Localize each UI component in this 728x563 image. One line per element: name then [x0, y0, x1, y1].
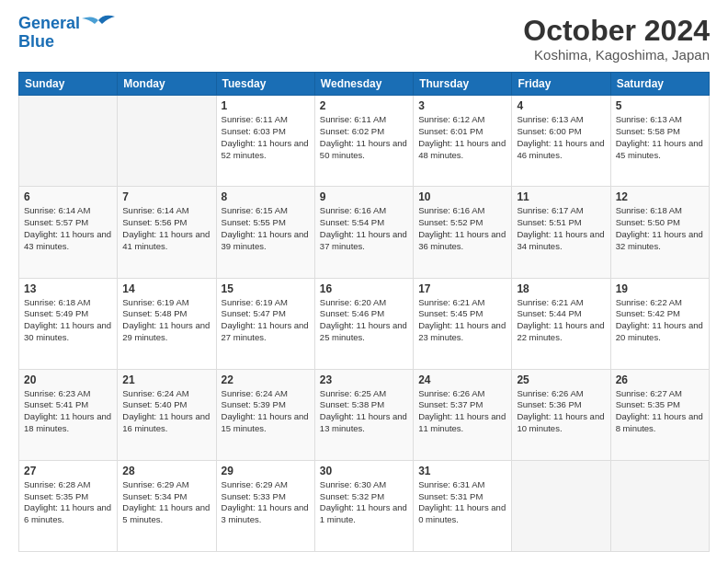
calendar-cell: 2Sunrise: 6:11 AM Sunset: 6:02 PM Daylig…	[314, 96, 413, 187]
day-info: Sunrise: 6:29 AM Sunset: 5:34 PM Dayligh…	[122, 479, 210, 526]
day-info: Sunrise: 6:24 AM Sunset: 5:40 PM Dayligh…	[122, 388, 210, 435]
calendar-cell	[610, 460, 709, 551]
day-number: 27	[24, 465, 112, 477]
calendar-cell: 25Sunrise: 6:26 AM Sunset: 5:36 PM Dayli…	[512, 369, 610, 460]
calendar-cell: 7Sunrise: 6:14 AM Sunset: 5:56 PM Daylig…	[118, 187, 216, 278]
day-number: 22	[222, 373, 310, 386]
logo-text: General Blue	[18, 15, 80, 52]
day-info: Sunrise: 6:25 AM Sunset: 5:38 PM Dayligh…	[320, 388, 408, 435]
day-info: Sunrise: 6:11 AM Sunset: 6:02 PM Dayligh…	[320, 114, 408, 161]
day-number: 10	[418, 190, 506, 203]
calendar-cell	[19, 96, 118, 187]
day-info: Sunrise: 6:21 AM Sunset: 5:44 PM Dayligh…	[517, 297, 605, 344]
day-number: 2	[320, 99, 408, 112]
day-info: Sunrise: 6:31 AM Sunset: 5:31 PM Dayligh…	[418, 479, 506, 526]
day-info: Sunrise: 6:12 AM Sunset: 6:01 PM Dayligh…	[418, 114, 506, 161]
day-info: Sunrise: 6:26 AM Sunset: 5:36 PM Dayligh…	[517, 388, 605, 435]
day-number: 15	[222, 282, 310, 295]
day-info: Sunrise: 6:13 AM Sunset: 5:58 PM Dayligh…	[616, 114, 704, 161]
day-number: 17	[418, 282, 506, 295]
day-number: 31	[418, 465, 506, 477]
calendar-week-row: 13Sunrise: 6:18 AM Sunset: 5:49 PM Dayli…	[19, 278, 710, 369]
calendar-cell: 31Sunrise: 6:31 AM Sunset: 5:31 PM Dayli…	[414, 460, 512, 551]
day-number: 25	[517, 373, 605, 386]
col-saturday: Saturday	[610, 73, 709, 96]
calendar-cell: 16Sunrise: 6:20 AM Sunset: 5:46 PM Dayli…	[314, 278, 413, 369]
calendar-cell: 21Sunrise: 6:24 AM Sunset: 5:40 PM Dayli…	[118, 369, 216, 460]
day-number: 4	[517, 99, 605, 112]
day-number: 8	[222, 190, 310, 203]
col-monday: Monday	[118, 73, 216, 96]
day-number: 18	[517, 282, 605, 295]
day-number: 30	[320, 465, 408, 477]
calendar-cell: 4Sunrise: 6:13 AM Sunset: 6:00 PM Daylig…	[512, 96, 610, 187]
day-info: Sunrise: 6:13 AM Sunset: 6:00 PM Dayligh…	[517, 114, 605, 161]
day-info: Sunrise: 6:21 AM Sunset: 5:45 PM Dayligh…	[418, 297, 506, 344]
calendar-cell: 26Sunrise: 6:27 AM Sunset: 5:35 PM Dayli…	[610, 369, 709, 460]
day-info: Sunrise: 6:17 AM Sunset: 5:51 PM Dayligh…	[517, 205, 605, 252]
calendar-week-row: 1Sunrise: 6:11 AM Sunset: 6:03 PM Daylig…	[19, 96, 710, 187]
day-info: Sunrise: 6:14 AM Sunset: 5:56 PM Dayligh…	[122, 205, 210, 252]
day-info: Sunrise: 6:20 AM Sunset: 5:46 PM Dayligh…	[320, 297, 408, 344]
calendar-cell: 12Sunrise: 6:18 AM Sunset: 5:50 PM Dayli…	[610, 187, 709, 278]
col-wednesday: Wednesday	[314, 73, 413, 96]
day-info: Sunrise: 6:30 AM Sunset: 5:32 PM Dayligh…	[320, 479, 408, 526]
day-info: Sunrise: 6:14 AM Sunset: 5:57 PM Dayligh…	[24, 205, 112, 252]
calendar-cell: 5Sunrise: 6:13 AM Sunset: 5:58 PM Daylig…	[610, 96, 709, 187]
calendar-cell: 1Sunrise: 6:11 AM Sunset: 6:03 PM Daylig…	[216, 96, 314, 187]
calendar-cell: 24Sunrise: 6:26 AM Sunset: 5:37 PM Dayli…	[414, 369, 512, 460]
day-number: 23	[320, 373, 408, 386]
day-number: 14	[122, 282, 210, 295]
day-number: 11	[517, 190, 605, 203]
day-number: 21	[122, 373, 210, 386]
day-info: Sunrise: 6:23 AM Sunset: 5:41 PM Dayligh…	[24, 388, 112, 435]
calendar-week-row: 20Sunrise: 6:23 AM Sunset: 5:41 PM Dayli…	[19, 369, 710, 460]
title-block: October 2024 Koshima, Kagoshima, Japan	[523, 15, 710, 63]
calendar-cell: 6Sunrise: 6:14 AM Sunset: 5:57 PM Daylig…	[19, 187, 118, 278]
page: General Blue October 2024 Koshima, Kagos…	[0, 0, 728, 563]
day-info: Sunrise: 6:27 AM Sunset: 5:35 PM Dayligh…	[616, 388, 704, 435]
calendar-cell: 10Sunrise: 6:16 AM Sunset: 5:52 PM Dayli…	[414, 187, 512, 278]
day-info: Sunrise: 6:11 AM Sunset: 6:03 PM Dayligh…	[222, 114, 310, 161]
day-info: Sunrise: 6:19 AM Sunset: 5:48 PM Dayligh…	[122, 297, 210, 344]
col-thursday: Thursday	[414, 73, 512, 96]
day-number: 26	[616, 373, 704, 386]
calendar-cell: 29Sunrise: 6:29 AM Sunset: 5:33 PM Dayli…	[216, 460, 314, 551]
calendar-week-row: 6Sunrise: 6:14 AM Sunset: 5:57 PM Daylig…	[19, 187, 710, 278]
calendar-cell: 28Sunrise: 6:29 AM Sunset: 5:34 PM Dayli…	[118, 460, 216, 551]
day-number: 24	[418, 373, 506, 386]
logo: General Blue	[18, 15, 115, 52]
calendar-cell: 20Sunrise: 6:23 AM Sunset: 5:41 PM Dayli…	[19, 369, 118, 460]
calendar-cell: 23Sunrise: 6:25 AM Sunset: 5:38 PM Dayli…	[314, 369, 413, 460]
calendar-cell: 22Sunrise: 6:24 AM Sunset: 5:39 PM Dayli…	[216, 369, 314, 460]
calendar-cell: 9Sunrise: 6:16 AM Sunset: 5:54 PM Daylig…	[314, 187, 413, 278]
day-info: Sunrise: 6:18 AM Sunset: 5:50 PM Dayligh…	[616, 205, 704, 252]
day-info: Sunrise: 6:16 AM Sunset: 5:52 PM Dayligh…	[418, 205, 506, 252]
day-number: 1	[222, 99, 310, 112]
calendar-cell: 11Sunrise: 6:17 AM Sunset: 5:51 PM Dayli…	[512, 187, 610, 278]
day-info: Sunrise: 6:29 AM Sunset: 5:33 PM Dayligh…	[222, 479, 310, 526]
day-number: 6	[24, 190, 112, 203]
calendar-cell	[118, 96, 216, 187]
logo-bird-icon	[82, 13, 115, 35]
day-number: 29	[222, 465, 310, 477]
calendar-cell: 19Sunrise: 6:22 AM Sunset: 5:42 PM Dayli…	[610, 278, 709, 369]
day-number: 28	[122, 465, 210, 477]
calendar-cell: 13Sunrise: 6:18 AM Sunset: 5:49 PM Dayli…	[19, 278, 118, 369]
calendar-cell: 8Sunrise: 6:15 AM Sunset: 5:55 PM Daylig…	[216, 187, 314, 278]
day-info: Sunrise: 6:24 AM Sunset: 5:39 PM Dayligh…	[222, 388, 310, 435]
calendar-cell: 15Sunrise: 6:19 AM Sunset: 5:47 PM Dayli…	[216, 278, 314, 369]
day-info: Sunrise: 6:22 AM Sunset: 5:42 PM Dayligh…	[616, 297, 704, 344]
day-number: 16	[320, 282, 408, 295]
day-info: Sunrise: 6:15 AM Sunset: 5:55 PM Dayligh…	[222, 205, 310, 252]
day-info: Sunrise: 6:26 AM Sunset: 5:37 PM Dayligh…	[418, 388, 506, 435]
calendar-cell: 30Sunrise: 6:30 AM Sunset: 5:32 PM Dayli…	[314, 460, 413, 551]
location: Koshima, Kagoshima, Japan	[523, 47, 710, 63]
day-number: 12	[616, 190, 704, 203]
day-number: 7	[122, 190, 210, 203]
day-info: Sunrise: 6:19 AM Sunset: 5:47 PM Dayligh…	[222, 297, 310, 344]
day-info: Sunrise: 6:16 AM Sunset: 5:54 PM Dayligh…	[320, 205, 408, 252]
calendar-cell: 27Sunrise: 6:28 AM Sunset: 5:35 PM Dayli…	[19, 460, 118, 551]
day-number: 19	[616, 282, 704, 295]
calendar-header-row: Sunday Monday Tuesday Wednesday Thursday…	[19, 73, 710, 96]
